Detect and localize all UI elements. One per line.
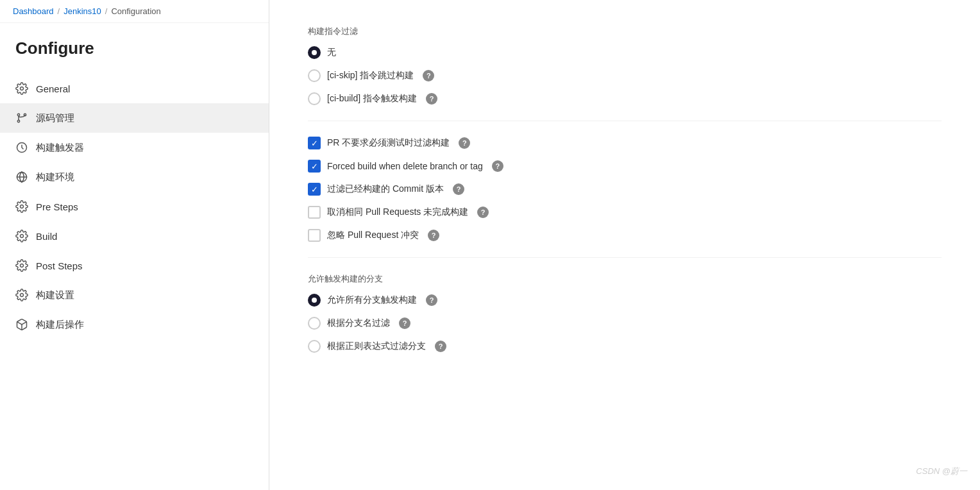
checkbox-forced-build-box bbox=[308, 160, 321, 173]
main-content: 构建指令过滤 无 [ci-skip] 指令跳过构建 ? [ci-build] 指… bbox=[269, 0, 980, 490]
checkbox-pr-no-test-label: PR 不要求必须测试时过滤构建 bbox=[327, 137, 450, 149]
radio-all-branches[interactable]: 允许所有分支触发构建 ? bbox=[308, 294, 942, 307]
checkbox-ignore-pr-label: 忽略 Pull Request 冲突 bbox=[327, 230, 419, 241]
divider-2 bbox=[308, 257, 942, 258]
radio-filter-regex[interactable]: 根据正则表达式过滤分支 ? bbox=[308, 340, 942, 353]
sidebar-item-source-label: 源码管理 bbox=[36, 112, 74, 124]
radio-filter-regex-circle bbox=[308, 340, 321, 353]
svg-point-0 bbox=[21, 87, 24, 90]
sidebar-item-poststeps[interactable]: Post Steps bbox=[0, 251, 269, 280]
help-cancel-pr[interactable]: ? bbox=[477, 207, 489, 218]
breadcrumb-current: Configuration bbox=[111, 6, 160, 16]
buildsettings-icon bbox=[15, 289, 28, 301]
gear-icon bbox=[15, 82, 28, 95]
radio-none[interactable]: 无 bbox=[308, 46, 942, 59]
sidebar-item-postbuild-label: 构建后操作 bbox=[36, 319, 84, 331]
radio-ci-build-circle bbox=[308, 92, 321, 105]
help-forced-build[interactable]: ? bbox=[492, 160, 503, 172]
svg-point-8 bbox=[21, 264, 24, 267]
section-build-filter: 构建指令过滤 无 [ci-skip] 指令跳过构建 ? [ci-build] 指… bbox=[308, 26, 942, 105]
radio-filter-branch-circle bbox=[308, 317, 321, 330]
sidebar: Dashboard / Jenkins10 / Configuration Co… bbox=[0, 0, 269, 490]
checkbox-forced-build[interactable]: Forced build when delete branch or tag ? bbox=[308, 160, 942, 173]
radio-ci-skip[interactable]: [ci-skip] 指令跳过构建 ? bbox=[308, 69, 942, 82]
sidebar-item-buildsettings[interactable]: 构建设置 bbox=[0, 280, 269, 310]
checkbox-cancel-pr-box bbox=[308, 206, 321, 219]
section-branch-label: 允许触发构建的分支 bbox=[308, 273, 942, 285]
svg-point-1 bbox=[17, 114, 19, 115]
radio-ci-build[interactable]: [ci-build] 指令触发构建 ? bbox=[308, 92, 942, 105]
section-build-filter-label: 构建指令过滤 bbox=[308, 26, 942, 37]
radio-filter-branch-label: 根据分支名过滤 bbox=[327, 317, 390, 329]
help-filter-regex[interactable]: ? bbox=[435, 341, 446, 352]
help-filter-commit[interactable]: ? bbox=[453, 183, 464, 195]
sidebar-item-triggers-label: 构建触发器 bbox=[36, 142, 84, 154]
radio-filter-branch[interactable]: 根据分支名过滤 ? bbox=[308, 317, 942, 330]
help-all-branches[interactable]: ? bbox=[426, 294, 437, 306]
sidebar-item-source[interactable]: 源码管理 bbox=[0, 103, 269, 133]
build-icon bbox=[15, 230, 28, 242]
radio-none-label: 无 bbox=[327, 47, 336, 58]
radio-all-branches-circle bbox=[308, 294, 321, 307]
breadcrumb-dashboard[interactable]: Dashboard bbox=[13, 6, 54, 16]
divider-1 bbox=[308, 121, 942, 121]
globe-icon bbox=[15, 171, 28, 183]
help-ci-build[interactable]: ? bbox=[426, 93, 437, 105]
svg-point-7 bbox=[21, 235, 24, 238]
help-pr-no-test[interactable]: ? bbox=[459, 137, 470, 149]
poststeps-icon bbox=[15, 259, 28, 272]
clock-icon bbox=[15, 141, 28, 154]
checkbox-cancel-pr[interactable]: 取消相同 Pull Requests 未完成构建 ? bbox=[308, 206, 942, 219]
checkbox-forced-build-label: Forced build when delete branch or tag bbox=[327, 161, 483, 171]
checkbox-pr-no-test-box bbox=[308, 137, 321, 149]
radio-filter-regex-label: 根据正则表达式过滤分支 bbox=[327, 341, 426, 352]
checkbox-ignore-pr-box bbox=[308, 229, 321, 242]
radio-group-branch: 允许所有分支触发构建 ? 根据分支名过滤 ? 根据正则表达式过滤分支 ? bbox=[308, 294, 942, 353]
branch-icon bbox=[15, 112, 28, 124]
sidebar-item-build-label: Build bbox=[36, 231, 57, 242]
checkbox-pr-no-test[interactable]: PR 不要求必须测试时过滤构建 ? bbox=[308, 137, 942, 149]
help-filter-branch[interactable]: ? bbox=[399, 317, 410, 329]
sidebar-item-buildsettings-label: 构建设置 bbox=[36, 289, 74, 301]
sidebar-item-presteps[interactable]: Pre Steps bbox=[0, 192, 269, 221]
radio-all-branches-label: 允许所有分支触发构建 bbox=[327, 294, 417, 306]
sidebar-item-build[interactable]: Build bbox=[0, 221, 269, 251]
radio-ci-skip-circle bbox=[308, 69, 321, 82]
radio-group-filter: 无 [ci-skip] 指令跳过构建 ? [ci-build] 指令触发构建 ? bbox=[308, 46, 942, 105]
sidebar-item-postbuild[interactable]: 构建后操作 bbox=[0, 310, 269, 339]
presteps-icon bbox=[15, 200, 28, 213]
svg-point-2 bbox=[17, 120, 19, 122]
checkbox-cancel-pr-label: 取消相同 Pull Requests 未完成构建 bbox=[327, 207, 468, 218]
breadcrumb-sep-2: / bbox=[105, 6, 108, 16]
breadcrumb: Dashboard / Jenkins10 / Configuration bbox=[0, 0, 269, 23]
checkbox-filter-commit[interactable]: 过滤已经构建的 Commit 版本 ? bbox=[308, 183, 942, 196]
checkbox-filter-commit-box bbox=[308, 183, 321, 196]
watermark: CSDN @蔚一 bbox=[916, 466, 967, 477]
breadcrumb-sep-1: / bbox=[58, 6, 60, 16]
svg-point-9 bbox=[21, 294, 24, 297]
help-ci-skip[interactable]: ? bbox=[423, 70, 434, 81]
sidebar-item-general[interactable]: General bbox=[0, 74, 269, 103]
checkbox-filter-commit-label: 过滤已经构建的 Commit 版本 bbox=[327, 183, 444, 195]
sidebar-item-presteps-label: Pre Steps bbox=[36, 201, 78, 212]
section-branch-filter: 允许触发构建的分支 允许所有分支触发构建 ? 根据分支名过滤 ? 根据正则表 bbox=[308, 273, 942, 353]
sidebar-item-env[interactable]: 构建环境 bbox=[0, 162, 269, 192]
sidebar-item-triggers[interactable]: 构建触发器 bbox=[0, 133, 269, 162]
page-title: Configure bbox=[0, 23, 269, 74]
nav-list: General 源码管理 bbox=[0, 74, 269, 339]
sidebar-item-poststeps-label: Post Steps bbox=[36, 260, 83, 271]
svg-point-6 bbox=[21, 205, 24, 208]
breadcrumb-jenkins[interactable]: Jenkins10 bbox=[63, 6, 101, 16]
help-ignore-pr[interactable]: ? bbox=[428, 230, 439, 241]
sidebar-item-general-label: General bbox=[36, 83, 70, 94]
checkbox-group: PR 不要求必须测试时过滤构建 ? Forced build when dele… bbox=[308, 137, 942, 242]
radio-ci-build-label: [ci-build] 指令触发构建 bbox=[327, 93, 417, 105]
radio-ci-skip-label: [ci-skip] 指令跳过构建 bbox=[327, 70, 414, 81]
checkbox-ignore-pr[interactable]: 忽略 Pull Request 冲突 ? bbox=[308, 229, 942, 242]
box-icon bbox=[15, 318, 28, 331]
sidebar-item-env-label: 构建环境 bbox=[36, 171, 74, 183]
radio-none-circle bbox=[308, 46, 321, 59]
